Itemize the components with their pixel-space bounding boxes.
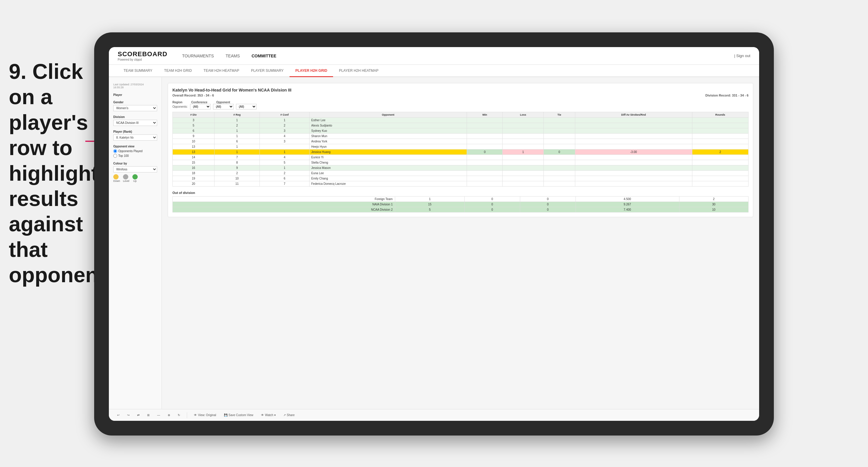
watch-btn[interactable]: 👁 Watch ▾ (259, 412, 278, 417)
sidebar-gender-label: Gender (113, 101, 157, 104)
out-label-cell: NAIA Division 1 (173, 202, 395, 207)
cell-8 (692, 176, 748, 181)
cell-0: 5 (173, 123, 215, 128)
logo-subtitle: Powered by clippd (118, 58, 167, 61)
cell-1: 11 (214, 181, 259, 187)
sub-nav-player-h2h-heatmap[interactable]: PLAYER H2H HEATMAP (333, 65, 384, 77)
table-row[interactable]: 914Sharon Mun (173, 133, 748, 139)
dot-up-container: Up (132, 174, 138, 182)
cell-5 (502, 144, 544, 150)
region-select[interactable]: (All) (190, 104, 211, 110)
share-icon: ↗ (283, 413, 286, 417)
cell-2: 2 (260, 171, 310, 176)
cell-7 (575, 133, 692, 139)
cell-1: 2 (214, 123, 259, 128)
cell-1: 1 (214, 150, 259, 155)
radio-top100[interactable]: Top 100 (113, 154, 157, 158)
out-loss-cell: 0 (464, 202, 520, 207)
view-original-btn[interactable]: 👁 View: Original (191, 412, 219, 417)
colour-label: Colour by (113, 162, 157, 165)
table-row[interactable]: 1691Jessica Mason (173, 165, 748, 171)
save-custom-btn[interactable]: 💾 Save Custom View (222, 412, 256, 417)
share-btn[interactable]: ↗ Share (281, 412, 297, 417)
sidebar-division-select[interactable]: NCAA Division III (113, 120, 157, 126)
radio-opponents-played[interactable]: Opponents Played (113, 149, 157, 153)
cell-4 (467, 128, 502, 133)
colour-select[interactable]: Win/loss (113, 166, 157, 173)
sign-out-link[interactable]: Sign out (736, 54, 750, 58)
record-row: Overall Record: 353 - 34 - 6 Division Re… (173, 94, 748, 97)
annotation-text: 9. Click on a player's row to highlight … (9, 59, 88, 288)
cell-1: 1 (214, 128, 259, 133)
table-row[interactable]: 311Esther Lee (173, 118, 748, 123)
cell-7 (575, 128, 692, 133)
sidebar-gender-select[interactable]: Women's (113, 105, 157, 111)
col-opponent: Opponent (309, 112, 467, 118)
undo-btn[interactable]: ↩ (115, 412, 122, 417)
conference-select[interactable]: (All) (213, 104, 234, 110)
cell-5 (502, 118, 544, 123)
main-content: Last Updated: 27/03/2024 16:55:28 Player… (109, 77, 759, 409)
cell-7 (575, 171, 692, 176)
cell-2: 3 (260, 128, 310, 133)
table-row[interactable]: 1311Jessica Huang010-3.002 (173, 150, 748, 155)
minus-btn[interactable]: — (155, 412, 162, 417)
table-row[interactable]: 522Alexis Sudjianto (173, 123, 748, 128)
cell-3: Andrea York (309, 139, 467, 144)
division-record: Division Record: 331 - 34 - 6 (705, 94, 748, 97)
cell-8 (692, 123, 748, 128)
cell-8 (692, 165, 748, 171)
cell-2: 1 (260, 118, 310, 123)
table-row[interactable]: 19106Emily Chang (173, 176, 748, 181)
cell-0: 3 (173, 118, 215, 123)
dot-level-label: Level (123, 180, 129, 182)
sidebar-player-rank-select[interactable]: 8. Katelyn Vo (113, 134, 157, 141)
cell-2: 6 (260, 176, 310, 181)
refresh-btn[interactable]: ↻ (175, 412, 182, 417)
cell-5 (502, 123, 544, 128)
table-row[interactable]: 131Heejo Hyun (173, 144, 748, 150)
table-row[interactable]: 1063Andrea York (173, 139, 748, 144)
opponent-view-label: Opponent view (113, 145, 157, 148)
cell-7 (575, 181, 692, 187)
cell-6: 0 (544, 150, 575, 155)
table-row[interactable]: 20117Federica Domecq Lacroze (173, 181, 748, 187)
out-of-division: Out of division Foreign Team1004.5002NAI… (173, 191, 748, 213)
out-table: Foreign Team1004.5002NAIA Division 11500… (173, 196, 748, 213)
sub-nav-team-summary[interactable]: TEAM SUMMARY (118, 65, 158, 77)
nav-teams[interactable]: TEAMS (226, 52, 240, 59)
table-row[interactable]: 1822Euna Lee (173, 171, 748, 176)
sidebar-player-label: Player (113, 93, 157, 96)
nav-committee[interactable]: COMMITTEE (252, 52, 276, 59)
opponent-select[interactable]: (All) (236, 104, 256, 110)
grid-btn[interactable]: ⊞ (145, 412, 152, 417)
add-btn[interactable]: ⊕ (165, 412, 173, 417)
sub-nav-team-h2h-grid[interactable]: TEAM H2H GRID (158, 65, 198, 77)
cell-2: 1 (260, 150, 310, 155)
dot-down-container: Down (113, 174, 120, 182)
logo-title: SCOREBOARD (118, 50, 167, 58)
nav-tournaments[interactable]: TOURNAMENTS (182, 52, 214, 59)
table-row[interactable]: 613Sydney Kuo (173, 128, 748, 133)
sub-nav-player-summary[interactable]: PLAYER SUMMARY (245, 65, 289, 77)
cell-5 (502, 165, 544, 171)
cell-1: 2 (214, 171, 259, 176)
reset-btn[interactable]: ⇄ (135, 412, 142, 417)
table-row[interactable]: 1585Stella Cheng (173, 160, 748, 165)
redo-btn[interactable]: ↪ (125, 412, 132, 417)
sub-nav-team-h2h-heatmap[interactable]: TEAM H2H HEATMAP (198, 65, 245, 77)
cell-6 (544, 165, 575, 171)
col-div: # Div (173, 112, 215, 118)
table-row[interactable]: 1474Eunice Yi (173, 155, 748, 160)
opponents-label: Opponents: (173, 105, 188, 108)
cell-2: 7 (260, 181, 310, 187)
sub-nav-player-h2h-grid[interactable]: PLAYER H2H GRID (289, 65, 333, 77)
out-table-row: Foreign Team1004.5002 (173, 196, 748, 202)
cell-2: 4 (260, 155, 310, 160)
cell-7 (575, 118, 692, 123)
out-table-row: NCAA Division 25007.40010 (173, 207, 748, 213)
cell-5 (502, 133, 544, 139)
filter-section: Region Conference Opponent Opponents: (173, 101, 748, 110)
col-reg: # Reg (214, 112, 259, 118)
cell-3: Esther Lee (309, 118, 467, 123)
